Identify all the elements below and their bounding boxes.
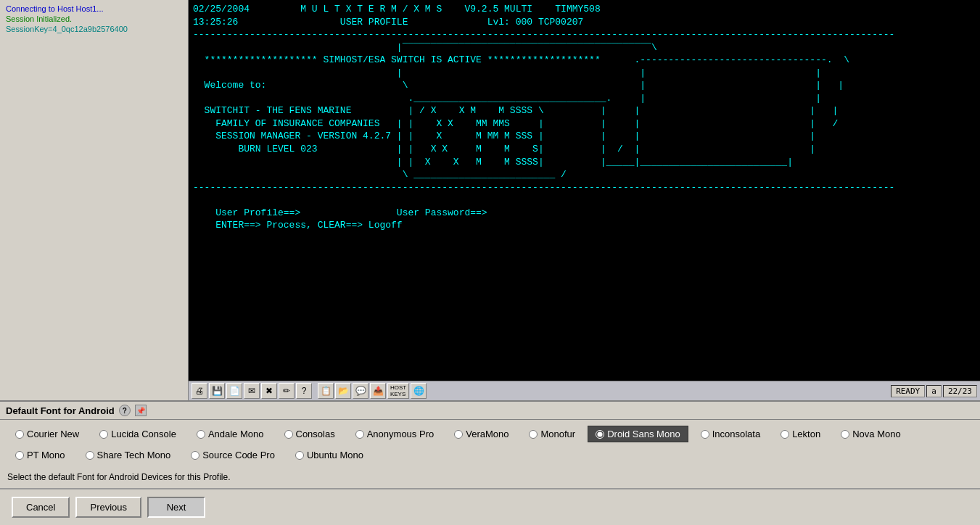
toolbar-btn-paste[interactable]: 📋 [318, 383, 334, 399]
top-area: Connecting to Host Host1... Session Init… [0, 0, 980, 400]
position-field: 22/23 [943, 385, 977, 397]
sidebar: Connecting to Host Host1... Session Init… [0, 0, 189, 400]
font-label-andale-mono: Andale Mono [208, 429, 264, 439]
font-option-source-code-pro[interactable]: Source Code Pro [183, 447, 283, 463]
session-key-text: SessionKey=4_0qc12a9b2576400 [6, 25, 182, 33]
dialog-description: Select the default Font for Android Devi… [0, 469, 980, 488]
ready-status: READY [891, 385, 925, 397]
font-options-list: Courier NewLucida ConsoleAndale MonoCons… [0, 420, 980, 469]
previous-button[interactable]: Previous [75, 497, 141, 518]
font-option-courier-new[interactable]: Courier New [7, 426, 87, 442]
initialized-text: Session Initialized. [6, 15, 182, 23]
font-label-anonymous-pro: Anonymous Pro [367, 429, 435, 439]
status-bar: READY a 22/23 [891, 385, 977, 397]
font-option-pt-mono[interactable]: PT Mono [7, 447, 73, 463]
font-label-droid-sans-mono: Droid Sans Mono [607, 429, 680, 439]
toolbar-btn-hostkeys[interactable]: HOSTKEYS [387, 383, 409, 399]
toolbar-btn-copy[interactable]: 📄 [226, 383, 242, 399]
dialog-title-bar: Default Font for Android ? 📌 [0, 402, 980, 420]
font-option-ubuntu-mono[interactable]: Ubuntu Mono [287, 447, 371, 463]
font-option-anonymous-pro[interactable]: Anonymous Pro [347, 426, 442, 442]
next-button[interactable]: Next [147, 497, 205, 518]
font-radio-source-code-pro[interactable] [191, 451, 199, 460]
font-radio-andale-mono[interactable] [197, 430, 205, 439]
terminal-content: 02/25/2004 M U L T X T E R M / X M S V9.… [193, 4, 894, 231]
font-label-share-tech-mono: Share Tech Mono [97, 450, 171, 460]
font-label-source-code-pro: Source Code Pro [202, 450, 275, 460]
font-radio-lucida-console[interactable] [99, 430, 108, 439]
connecting-text: Connecting to Host Host1... [6, 4, 182, 13]
terminal-wrapper: 02/25/2004 M U L T X T E R M / X M S V9.… [189, 0, 980, 400]
font-label-consolas: Consolas [296, 429, 335, 439]
toolbar-btn-chat[interactable]: 💬 [353, 383, 368, 399]
font-radio-anonymous-pro[interactable] [355, 430, 364, 439]
font-label-pt-mono: PT Mono [27, 450, 65, 460]
toolbar-btn-mail[interactable]: ✉ [244, 383, 260, 399]
font-label-courier-new: Courier New [27, 429, 79, 439]
toolbar-btn-print[interactable]: 🖨 [192, 383, 207, 399]
terminal-screen[interactable]: 02/25/2004 M U L T X T E R M / X M S V9.… [189, 0, 980, 381]
font-radio-ubuntu-mono[interactable] [295, 451, 304, 460]
bottom-nav: Cancel Previous Next [0, 488, 980, 525]
font-radio-nova-mono[interactable] [841, 430, 849, 439]
font-option-monofur[interactable]: Monofur [521, 426, 583, 442]
terminal-toolbar: 🖨 💾 📄 ✉ ✖ ✏ ? 📋 📂 💬 📤 HOSTKEYS 🌐 READY a… [189, 381, 980, 400]
font-label-inconsolata: Inconsolata [712, 429, 761, 439]
font-label-monofur: Monofur [540, 429, 575, 439]
cancel-button[interactable]: Cancel [12, 497, 70, 518]
font-label-nova-mono: Nova Mono [852, 429, 900, 439]
font-radio-veramono[interactable] [454, 430, 463, 439]
font-radio-share-tech-mono[interactable] [86, 451, 94, 460]
dialog-pin-button[interactable]: 📌 [135, 405, 147, 416]
font-option-consolas[interactable]: Consolas [276, 426, 343, 442]
font-radio-lekton[interactable] [781, 430, 789, 439]
dialog-help-button[interactable]: ? [119, 405, 131, 416]
toolbar-btn-help[interactable]: ? [296, 383, 312, 399]
font-radio-courier-new[interactable] [15, 430, 24, 439]
font-option-lucida-console[interactable]: Lucida Console [91, 426, 184, 442]
font-radio-consolas[interactable] [284, 430, 293, 439]
font-option-share-tech-mono[interactable]: Share Tech Mono [78, 447, 179, 463]
toolbar-btn-send[interactable]: 📤 [370, 383, 386, 399]
font-radio-monofur[interactable] [529, 430, 538, 439]
font-option-nova-mono[interactable]: Nova Mono [833, 426, 908, 442]
font-label-veramono: VeraMono [466, 429, 508, 439]
font-label-ubuntu-mono: Ubuntu Mono [307, 450, 363, 460]
font-option-inconsolata[interactable]: Inconsolata [693, 426, 769, 442]
font-option-veramono[interactable]: VeraMono [446, 426, 516, 442]
toolbar-btn-save[interactable]: 💾 [209, 383, 225, 399]
toolbar-btn-network[interactable]: 🌐 [411, 383, 427, 399]
input-field[interactable]: a [926, 385, 942, 397]
font-label-lekton: Lekton [792, 429, 820, 439]
font-radio-droid-sans-mono[interactable] [596, 430, 604, 439]
dialog-title: Default Font for Android [6, 405, 115, 416]
font-option-andale-mono[interactable]: Andale Mono [189, 426, 272, 442]
toolbar-btn-open[interactable]: 📂 [335, 383, 351, 399]
font-radio-pt-mono[interactable] [15, 451, 24, 460]
font-radio-inconsolata[interactable] [701, 430, 709, 439]
font-label-lucida-console: Lucida Console [111, 429, 176, 439]
dialog-area: Default Font for Android ? 📌 Courier New… [0, 400, 980, 488]
toolbar-btn-delete[interactable]: ✖ [261, 383, 277, 399]
toolbar-btn-edit[interactable]: ✏ [279, 383, 295, 399]
font-option-droid-sans-mono[interactable]: Droid Sans Mono [588, 426, 688, 442]
font-option-lekton[interactable]: Lekton [773, 426, 828, 442]
